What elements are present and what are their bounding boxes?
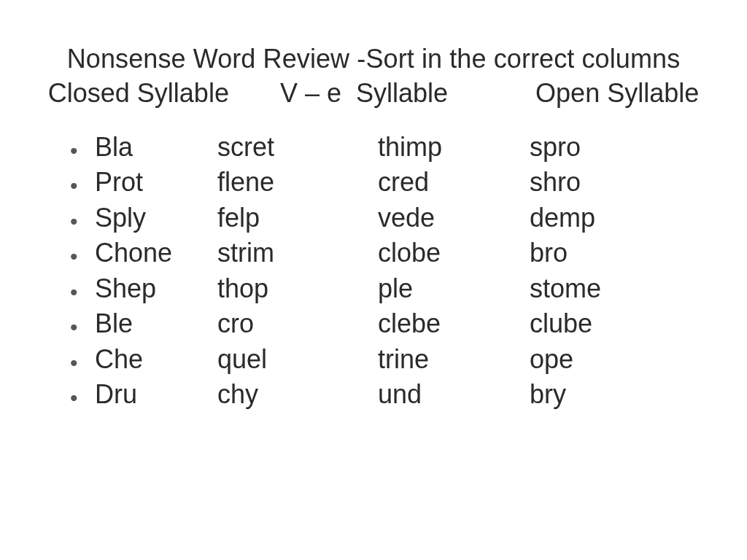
- list-item: • Dru chy und bry: [70, 377, 703, 412]
- word-cell: spro: [530, 130, 703, 165]
- list-row-cells: Bla scret thimp spro: [95, 130, 703, 165]
- word-cell: clobe: [378, 236, 530, 271]
- slide-title: Nonsense Word Review -Sort in the correc…: [44, 42, 703, 111]
- word-cell: cro: [217, 306, 378, 341]
- word-cell: thimp: [378, 130, 530, 165]
- list-row-cells: Che quel trine ope: [95, 342, 703, 377]
- bullet-icon: •: [70, 246, 95, 268]
- word-cell: scret: [217, 130, 378, 165]
- word-cell: ope: [530, 342, 703, 377]
- word-cell: Bla: [95, 130, 217, 165]
- list-item: • Prot flene cred shro: [70, 165, 703, 200]
- word-cell: ple: [378, 271, 530, 306]
- list-item: • Sply felp vede demp: [70, 201, 703, 236]
- word-cell: Sply: [95, 201, 217, 236]
- word-cell: clube: [530, 306, 703, 341]
- title-gap: [448, 77, 535, 111]
- bullet-icon: •: [70, 281, 95, 303]
- word-cell: bro: [530, 236, 703, 271]
- list-item: • Ble cro clebe clube: [70, 306, 703, 341]
- word-cell: bry: [530, 377, 703, 412]
- word-cell: und: [378, 377, 530, 412]
- word-cell: Prot: [95, 165, 217, 200]
- list-row-cells: Prot flene cred shro: [95, 165, 703, 200]
- list-row-cells: Sply felp vede demp: [95, 201, 703, 236]
- list-item: • Che quel trine ope: [70, 342, 703, 377]
- list-item: • Shep thop ple stome: [70, 271, 703, 306]
- title-closed-syllable: Closed Syllable: [48, 77, 229, 111]
- title-line-2: Closed Syllable V – e Syllable Open Syll…: [44, 77, 703, 111]
- bullet-icon: •: [70, 211, 95, 233]
- list-row-cells: Ble cro clebe clube: [95, 306, 703, 341]
- word-cell: Chone: [95, 236, 217, 271]
- word-cell: Dru: [95, 377, 217, 412]
- word-cell: flene: [217, 165, 378, 200]
- bullet-icon: •: [70, 316, 95, 338]
- bullet-icon: •: [70, 387, 95, 409]
- word-cell: cred: [378, 165, 530, 200]
- word-cell: Che: [95, 342, 217, 377]
- word-cell: demp: [530, 201, 703, 236]
- word-cell: quel: [217, 342, 378, 377]
- word-cell: strim: [217, 236, 378, 271]
- bullet-icon: •: [70, 175, 95, 197]
- bullet-icon: •: [70, 140, 95, 162]
- word-cell: Shep: [95, 271, 217, 306]
- list-row-cells: Dru chy und bry: [95, 377, 703, 412]
- word-cell: felp: [217, 201, 378, 236]
- bullet-icon: •: [70, 352, 95, 374]
- word-cell: clebe: [378, 306, 530, 341]
- list-row-cells: Chone strim clobe bro: [95, 236, 703, 271]
- list-item: • Chone strim clobe bro: [70, 236, 703, 271]
- title-ve-syllable: V – e Syllable: [280, 77, 448, 111]
- title-gap: [229, 77, 280, 111]
- list-row-cells: Shep thop ple stome: [95, 271, 703, 306]
- word-list: • Bla scret thimp spro • Prot flene cred…: [44, 130, 703, 412]
- word-cell: stome: [530, 271, 703, 306]
- title-open-syllable: Open Syllable: [535, 77, 699, 111]
- word-cell: Ble: [95, 306, 217, 341]
- word-cell: chy: [217, 377, 378, 412]
- list-item: • Bla scret thimp spro: [70, 130, 703, 165]
- word-cell: shro: [530, 165, 703, 200]
- word-cell: thop: [217, 271, 378, 306]
- word-cell: trine: [378, 342, 530, 377]
- word-cell: vede: [378, 201, 530, 236]
- title-line-1: Nonsense Word Review -Sort in the correc…: [44, 42, 703, 77]
